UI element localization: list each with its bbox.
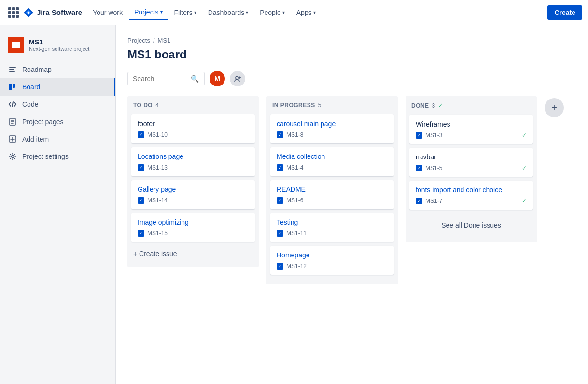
card-id-ms1-13: MS1-13 xyxy=(147,164,168,171)
sidebar-item-label: Project settings xyxy=(22,153,69,160)
card-meta-ms1-3: ✓ MS1-3 ✓ xyxy=(416,132,527,139)
pages-icon xyxy=(8,117,17,127)
svg-rect-0 xyxy=(9,67,16,68)
svg-line-5 xyxy=(12,102,13,107)
column-header-inprogress: IN PROGRESS 5 xyxy=(270,102,394,109)
project-icon-inner xyxy=(12,42,20,48)
card-ms1-4[interactable]: Media collection ✓ MS1-4 xyxy=(270,147,394,176)
card-ms1-6[interactable]: README ✓ MS1-6 xyxy=(270,180,394,209)
card-title-ms1-7: fonts import and color choice xyxy=(416,186,527,194)
add-item-icon xyxy=(8,134,17,144)
add-member-button[interactable] xyxy=(230,71,245,86)
search-icon: 🔍 xyxy=(191,75,199,83)
card-meta-ms1-14: ✓ MS1-14 xyxy=(138,197,249,204)
card-id-ms1-11: MS1-11 xyxy=(286,230,307,237)
dashboards-chevron-icon: ▾ xyxy=(246,10,248,15)
column-header-done: DONE 3 ✓ xyxy=(409,102,533,109)
card-title-ms1-4: Media collection xyxy=(277,153,388,160)
project-type: Next-gen software project xyxy=(29,46,89,52)
add-column-icon: + xyxy=(551,102,557,114)
sidebar-item-settings[interactable]: Project settings xyxy=(0,148,115,165)
card-done-check-ms1-5: ✓ xyxy=(522,165,527,171)
svg-rect-2 xyxy=(9,71,15,72)
project-icon xyxy=(8,37,24,53)
card-meta-ms1-8: ✓ MS1-8 xyxy=(277,131,388,138)
project-name: MS1 xyxy=(29,38,89,46)
card-id-ms1-7: MS1-7 xyxy=(425,198,442,204)
code-icon xyxy=(8,100,17,109)
sidebar-item-pages[interactable]: Project pages xyxy=(0,113,115,130)
card-ms1-5[interactable]: navbar ✓ MS1-5 ✓ xyxy=(409,148,533,177)
avatar[interactable]: M xyxy=(210,71,225,86)
card-checkbox-ms1-3: ✓ xyxy=(416,132,422,139)
card-checkbox-ms1-5: ✓ xyxy=(416,165,422,171)
column-todo: TO DO 4 footer ✓ MS1-10 Locations page ✓… xyxy=(127,96,259,267)
sidebar-item-add-item[interactable]: Add item xyxy=(0,130,115,148)
create-button[interactable]: Create xyxy=(547,5,582,20)
card-meta-ms1-4: ✓ MS1-4 xyxy=(277,164,388,171)
nav-your-work[interactable]: Your work xyxy=(88,6,127,19)
card-checkbox-ms1-8: ✓ xyxy=(277,131,283,138)
card-title-ms1-6: README xyxy=(277,185,388,193)
see-all-done-label: See all Done issues xyxy=(441,221,501,229)
add-column-button[interactable]: + xyxy=(545,98,564,117)
nav-filters[interactable]: Filters ▾ xyxy=(169,6,201,19)
project-info: MS1 Next-gen software project xyxy=(29,38,89,52)
see-all-done-button[interactable]: See all Done issues xyxy=(409,213,533,237)
sidebar-item-board[interactable]: Board xyxy=(0,78,115,96)
card-title-ms1-13: Locations page xyxy=(138,153,249,160)
card-ms1-7[interactable]: fonts import and color choice ✓ MS1-7 ✓ xyxy=(409,181,533,210)
projects-chevron-icon: ▾ xyxy=(160,9,163,14)
sidebar-item-label: Roadmap xyxy=(22,66,52,73)
nav-projects[interactable]: Projects ▾ xyxy=(129,5,168,20)
logo[interactable]: Jira Software xyxy=(23,7,82,18)
grid-icon xyxy=(8,7,19,18)
breadcrumb-project[interactable]: MS1 xyxy=(158,37,171,44)
column-count-todo: 4 xyxy=(155,102,159,109)
column-inprogress: IN PROGRESS 5 carousel main page ✓ MS1-8… xyxy=(266,96,398,284)
search-box[interactable]: 🔍 xyxy=(127,72,205,85)
card-title-ms1-8: carousel main page xyxy=(277,120,388,128)
card-ms1-13[interactable]: Locations page ✓ MS1-13 xyxy=(131,147,255,176)
apps-chevron-icon: ▾ xyxy=(313,10,316,15)
card-meta-ms1-10: ✓ MS1-10 xyxy=(138,131,249,138)
card-id-ms1-4: MS1-4 xyxy=(286,164,303,171)
card-id-ms1-12: MS1-12 xyxy=(286,263,307,270)
card-checkbox-ms1-12: ✓ xyxy=(277,263,283,270)
card-meta-ms1-15: ✓ MS1-15 xyxy=(138,230,249,237)
card-checkbox-ms1-6: ✓ xyxy=(277,197,283,204)
card-ms1-12[interactable]: Homepage ✓ MS1-12 xyxy=(270,246,394,275)
breadcrumb-projects[interactable]: Projects xyxy=(127,37,150,44)
card-id-ms1-15: MS1-15 xyxy=(147,230,168,237)
card-id-ms1-6: MS1-6 xyxy=(286,197,303,204)
svg-rect-1 xyxy=(9,69,14,70)
card-title-ms1-5: navbar xyxy=(416,153,527,161)
create-issue-button[interactable]: + Create issue xyxy=(131,246,255,261)
card-ms1-14[interactable]: Gallery page ✓ MS1-14 xyxy=(131,180,255,209)
page-title: MS1 board xyxy=(127,48,576,61)
sidebar: MS1 Next-gen software project Roadmap Bo… xyxy=(0,25,116,384)
sidebar-item-label: Project pages xyxy=(22,118,64,126)
sidebar-item-roadmap[interactable]: Roadmap xyxy=(0,61,115,78)
apps-grid-button[interactable] xyxy=(6,5,21,20)
card-ms1-8[interactable]: carousel main page ✓ MS1-8 xyxy=(270,114,394,143)
card-ms1-10[interactable]: footer ✓ MS1-10 xyxy=(131,114,255,143)
sidebar-item-code[interactable]: Code xyxy=(0,96,115,113)
column-count-done: 3 xyxy=(432,102,435,109)
card-checkbox-ms1-10: ✓ xyxy=(138,131,144,138)
card-ms1-3[interactable]: Wireframes ✓ MS1-3 ✓ xyxy=(409,115,533,144)
nav-dashboards[interactable]: Dashboards ▾ xyxy=(203,6,253,19)
nav-apps[interactable]: Apps ▾ xyxy=(292,6,321,19)
card-title-ms1-15: Image optimizing xyxy=(138,218,249,226)
nav-people[interactable]: People ▾ xyxy=(255,6,290,19)
search-input[interactable] xyxy=(133,75,191,83)
people-chevron-icon: ▾ xyxy=(282,10,285,15)
card-ms1-11[interactable]: Testing ✓ MS1-11 xyxy=(270,213,394,242)
card-meta-ms1-13: ✓ MS1-13 xyxy=(138,164,249,171)
card-id-ms1-3: MS1-3 xyxy=(425,132,442,139)
card-ms1-15[interactable]: Image optimizing ✓ MS1-15 xyxy=(131,213,255,242)
card-id-ms1-8: MS1-8 xyxy=(286,131,303,138)
card-title-ms1-10: footer xyxy=(138,120,249,128)
card-meta-ms1-6: ✓ MS1-6 xyxy=(277,197,388,204)
create-issue-label: + Create issue xyxy=(133,250,177,257)
